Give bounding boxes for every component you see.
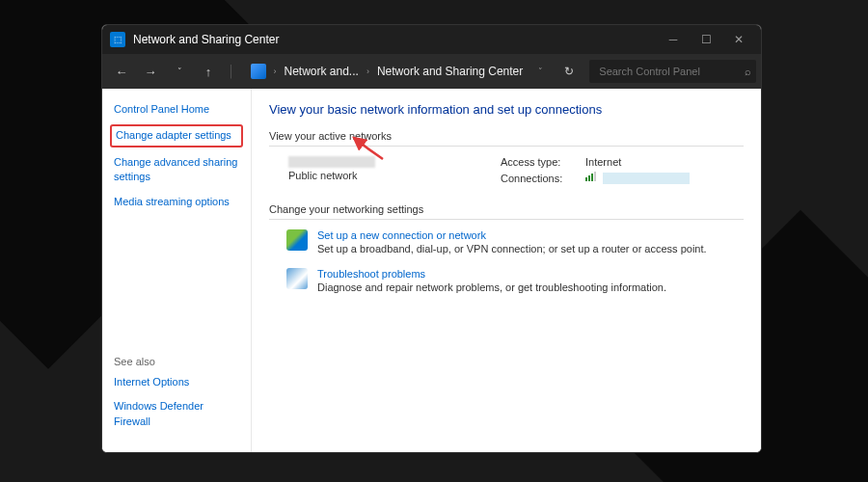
change-settings-label: Change your networking settings	[269, 203, 744, 215]
sidebar: Control Panel Home Change adapter settin…	[102, 89, 252, 452]
active-networks-label: View your active networks	[269, 130, 744, 142]
chevron-down-icon[interactable]: ˅	[538, 67, 543, 76]
connection-value[interactable]	[585, 172, 690, 184]
connection-name-redacted	[603, 173, 690, 184]
troubleshoot-item: Troubleshoot problems Diagnose and repai…	[286, 268, 744, 293]
wifi-signal-icon	[585, 172, 596, 181]
sidebar-adapter-link[interactable]: Change adapter settings	[110, 124, 243, 147]
control-panel-window: ⬚ Network and Sharing Center ─ ☐ ✕ ← → ˅…	[101, 24, 762, 453]
minimize-button[interactable]: ─	[665, 31, 682, 48]
app-icon: ⬚	[110, 32, 125, 47]
close-button[interactable]: ✕	[730, 31, 747, 48]
troubleshoot-icon	[286, 268, 308, 289]
connections-label: Connections:	[501, 173, 578, 184]
sidebar-advanced-link[interactable]: Change advanced sharing settings	[114, 155, 239, 185]
sidebar-media-link[interactable]: Media streaming options	[114, 195, 239, 209]
network-icon	[251, 64, 266, 79]
separator: │	[228, 65, 235, 78]
network-type-label: Public network	[288, 170, 501, 181]
refresh-button[interactable]: ↻	[564, 65, 574, 78]
search-icon: ⌕	[745, 66, 751, 77]
troubleshoot-desc: Diagnose and repair network problems, or…	[317, 281, 666, 293]
setup-connection-link[interactable]: Set up a new connection or network	[317, 229, 707, 241]
new-connection-icon	[286, 229, 308, 251]
setup-connection-item: Set up a new connection or network Set u…	[286, 229, 744, 254]
see-also-label: See also	[114, 356, 239, 367]
breadcrumb[interactable]: › Network and... › Network and Sharing C…	[245, 64, 550, 79]
window-title: Network and Sharing Center	[133, 33, 279, 46]
access-type-value: Internet	[585, 156, 690, 168]
maximize-button[interactable]: ☐	[697, 31, 715, 48]
up-button[interactable]: ↑	[199, 65, 218, 79]
recent-dropdown-icon[interactable]: ˅	[170, 67, 189, 76]
forward-button[interactable]: →	[141, 65, 160, 79]
chevron-right-icon: ›	[274, 67, 277, 76]
troubleshoot-link[interactable]: Troubleshoot problems	[317, 268, 666, 280]
titlebar: ⬚ Network and Sharing Center ─ ☐ ✕	[102, 25, 761, 54]
access-type-label: Access type:	[501, 156, 578, 168]
breadcrumb-item-2[interactable]: Network and Sharing Center	[377, 65, 523, 78]
chevron-right-icon: ›	[366, 67, 369, 76]
divider	[269, 219, 744, 220]
sidebar-firewall-link[interactable]: Windows Defender Firewall	[114, 399, 239, 429]
back-button[interactable]: ←	[112, 65, 131, 79]
active-network-row: Public network Access type: Internet Con…	[269, 156, 744, 184]
sidebar-home-link[interactable]: Control Panel Home	[114, 102, 239, 117]
page-heading: View your basic network information and …	[269, 102, 744, 117]
breadcrumb-item-1[interactable]: Network and...	[285, 65, 359, 78]
setup-connection-desc: Set up a broadband, dial-up, or VPN conn…	[317, 243, 707, 254]
search-input[interactable]	[589, 60, 756, 83]
network-name-redacted	[288, 156, 375, 168]
content-area: Control Panel Home Change adapter settin…	[102, 89, 761, 452]
navbar: ← → ˅ ↑ │ › Network and... › Network and…	[102, 54, 761, 89]
main-panel: View your basic network information and …	[252, 89, 761, 452]
divider	[269, 146, 744, 147]
sidebar-internet-options-link[interactable]: Internet Options	[114, 375, 239, 389]
